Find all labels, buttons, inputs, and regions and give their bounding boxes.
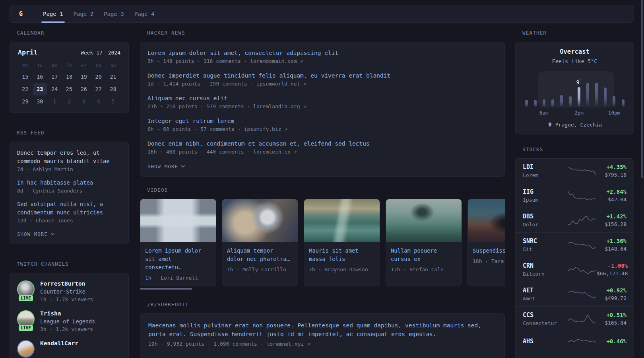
rss-card: Donec tempor eros leo, ut commodo mauris… — [10, 142, 129, 244]
hackernews-item: Donec enim nibh, condimentum et accumsan… — [147, 140, 497, 155]
stock-row[interactable]: CRN Bitcorn -1.00% $66,171.48 — [516, 257, 634, 282]
page-tab[interactable]: Page 1 — [38, 5, 68, 22]
calendar-day: 30 — [33, 95, 47, 108]
hackernews-item-title[interactable]: Donec enim nibh, condimentum et accumsan… — [147, 140, 497, 148]
hackernews-item-title[interactable]: Aliquam nec cursus elit — [147, 94, 497, 102]
stock-values: +0.51% $165.84 — [597, 312, 627, 326]
calendar-year: 2024 — [108, 50, 120, 56]
stock-symbol: SNRC — [523, 237, 567, 245]
video-meta: 1h · Molly Carrillo — [227, 267, 293, 272]
weather-bar — [586, 83, 589, 107]
stock-symbol: CCS — [523, 311, 567, 319]
rss-item-title[interactable]: In hac habitasse platea — [17, 179, 121, 187]
stock-row[interactable]: LDI Lorem +4.35% $795.18 — [516, 159, 634, 183]
video-card[interactable]: Nullam posuere cursus ex 17h · Stefan Co… — [386, 199, 462, 286]
stock-id: CCS Consectetur — [523, 311, 567, 326]
twitch-channel-row[interactable]: LIVE Trisha League of Legends 3h · 1.2k … — [17, 310, 121, 332]
stocks-widget: STOCKS LDI Lorem +4.35% $795.18 IIG Ipsu… — [515, 146, 634, 358]
rss-show-more-button[interactable]: SHOW MORE — [17, 231, 55, 237]
weather-bar — [613, 96, 615, 107]
rss-item-title[interactable]: Sed volutpat nulla nisl, a condimentum n… — [17, 200, 121, 217]
page-tab[interactable]: Page 3 — [99, 5, 129, 22]
weather-bar — [622, 99, 625, 107]
stock-id: AHS — [523, 338, 567, 346]
weather-bar — [569, 96, 572, 107]
video-title[interactable]: Suspendisse diam — [473, 247, 505, 255]
stock-row[interactable]: CCS Consectetur +0.51% $165.84 — [516, 306, 634, 331]
stock-name: Ipsum — [523, 197, 567, 203]
video-thumbnail — [304, 199, 380, 242]
rss-item-title[interactable]: Donec tempor eros leo, ut commodo mauris… — [17, 149, 121, 165]
video-title[interactable]: Aliquam tempor dolor nec pharetra… — [227, 247, 293, 263]
twitch-channel-row[interactable]: KendallCarr — [17, 340, 121, 358]
dashboard-page: G Page 1Page 2Page 3Page 4 CALENDAR Apri… — [0, 0, 644, 358]
hackernews-item-meta: 6h · 60 points · 57 comments · ipsumify.… — [147, 126, 497, 132]
page-scrollbar-thumb[interactable] — [641, 0, 643, 178]
video-body: Suspendisse diam 18h · Tara — [468, 242, 505, 269]
video-card[interactable]: Aliquam tempor dolor nec pharetra… 1h · … — [222, 199, 298, 286]
calendar-day: 24 — [47, 83, 62, 95]
video-title[interactable]: Nullam posuere cursus ex — [391, 247, 457, 263]
page-scrollbar-track[interactable] — [640, 0, 644, 358]
subreddit-header: /R/SUBREDDIT — [147, 302, 505, 307]
stock-values: +1.42% $156.28 — [597, 213, 627, 227]
stock-values: +2.84% $42.04 — [597, 189, 627, 202]
stock-row[interactable]: AHS +0.46% — [516, 331, 634, 353]
subreddit-post-title[interactable]: Maecenas mollis pulvinar erat non posuer… — [148, 321, 497, 339]
calendar-weekday: Fr — [76, 63, 91, 68]
weather-bar — [560, 95, 563, 107]
top-bar: G Page 1Page 2Page 3Page 4 — [10, 5, 634, 23]
weather-bar — [543, 99, 545, 107]
stock-id: CRN Bitcorn — [523, 262, 567, 277]
twitch-channel-row[interactable]: LIVE ForrestBurton Counter-Strike 1h · 1… — [17, 280, 121, 302]
tabs: Page 1Page 2Page 3Page 4 — [32, 5, 159, 22]
video-meta: 1h · Lori Barnett — [145, 275, 211, 281]
stock-row[interactable]: AET Amet +0.92% $499.72 — [516, 282, 634, 306]
stock-name: Sit — [523, 246, 567, 252]
video-title[interactable]: Lorem ipsum dolor sit amet consectetu… — [145, 247, 211, 272]
video-body: Lorem ipsum dolor sit amet consectetu… 1… — [140, 242, 216, 286]
stock-symbol: CRN — [523, 262, 567, 269]
page-tab[interactable]: Page 4 — [129, 5, 160, 22]
rss-widget: RSS FEED Donec tempor eros leo, ut commo… — [10, 130, 129, 244]
calendar-weekday: Mo — [18, 63, 33, 68]
stock-row[interactable]: DBS Dolor +1.42% $156.28 — [516, 208, 634, 232]
app-logo[interactable]: G — [10, 5, 32, 22]
videos-scroll-indicator[interactable] — [140, 288, 192, 290]
weather-bars: 9° — [525, 71, 625, 107]
left-column: CALENDAR April Week 17·2024 MoTuWeThFrSa… — [10, 30, 129, 358]
stock-price: $499.72 — [597, 295, 627, 301]
twitch-channel-name[interactable]: ForrestBurton — [40, 280, 93, 287]
hackernews-item-title[interactable]: Integer eget rutrum lorem — [147, 117, 497, 125]
video-meta: 7h · Grayson Dawson — [309, 267, 375, 272]
rss-item: Sed volutpat nulla nisl, a condimentum n… — [17, 200, 121, 224]
hackernews-list: Lorem ipsum dolor sit amet, consectetur … — [147, 49, 497, 155]
rss-item: In hac habitasse platea 8d · Cynthia Sau… — [17, 179, 121, 194]
twitch-avatar-wrap: LIVE — [17, 280, 35, 298]
calendar-weekday-row: MoTuWeThFrSaSu — [18, 63, 120, 68]
hackernews-item-title[interactable]: Lorem ipsum dolor sit amet, consectetur … — [147, 49, 497, 57]
hackernews-show-more-button[interactable]: SHOW MORE — [147, 163, 185, 169]
page-tab[interactable]: Page 2 — [68, 5, 99, 22]
video-card[interactable]: Mauris sit amet massa felis 7h · Grayson… — [304, 199, 380, 286]
calendar-day: 1 — [47, 95, 62, 108]
calendar-day: 15 — [18, 71, 33, 83]
stock-row[interactable]: IIG Ipsum +2.84% $42.04 — [516, 183, 634, 208]
twitch-channel-name[interactable]: KendallCarr — [40, 340, 78, 346]
video-card[interactable]: Suspendisse diam 18h · Tara — [467, 199, 505, 286]
chevron-down-icon — [181, 165, 185, 168]
calendar-header: CALENDAR — [17, 30, 129, 36]
video-card[interactable]: Lorem ipsum dolor sit amet consectetu… 1… — [140, 199, 216, 286]
subreddit-widget: /R/SUBREDDIT Maecenas mollis pulvinar er… — [140, 302, 505, 358]
live-badge: LIVE — [19, 295, 33, 301]
hackernews-item-title[interactable]: Donec imperdiet augue tincidunt felis al… — [147, 72, 497, 80]
stocks-header: STOCKS — [522, 146, 634, 152]
weather-location-row: Prague, Czechia — [522, 122, 627, 128]
stock-price: $156.28 — [597, 221, 627, 227]
stock-row[interactable]: SNRC Sit +1.36% $148.64 — [516, 232, 634, 257]
twitch-channel-name[interactable]: Trisha — [40, 310, 95, 317]
video-body: Mauris sit amet massa felis 7h · Grayson… — [304, 242, 380, 277]
weather-hour-label: 2pm — [574, 110, 584, 116]
weather-current-temp: 9° — [576, 78, 582, 86]
video-title[interactable]: Mauris sit amet massa felis — [309, 247, 375, 263]
